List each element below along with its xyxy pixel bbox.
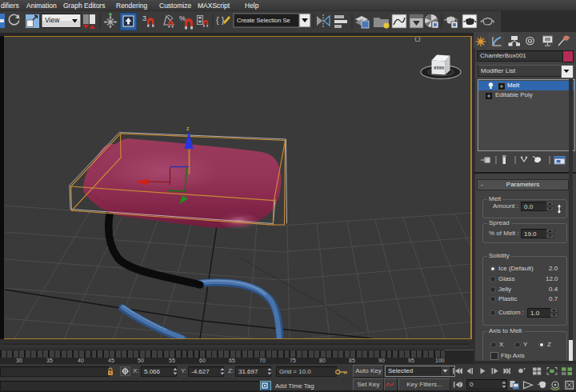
svg-text:3: 3 [142,14,146,22]
svg-text:%: % [179,14,186,22]
svg-text:{ }: { } [216,15,225,25]
svg-text:Create Selection Se: Create Selection Se [237,17,290,24]
svg-text:z: z [186,126,190,131]
svg-text:View: View [45,16,60,24]
